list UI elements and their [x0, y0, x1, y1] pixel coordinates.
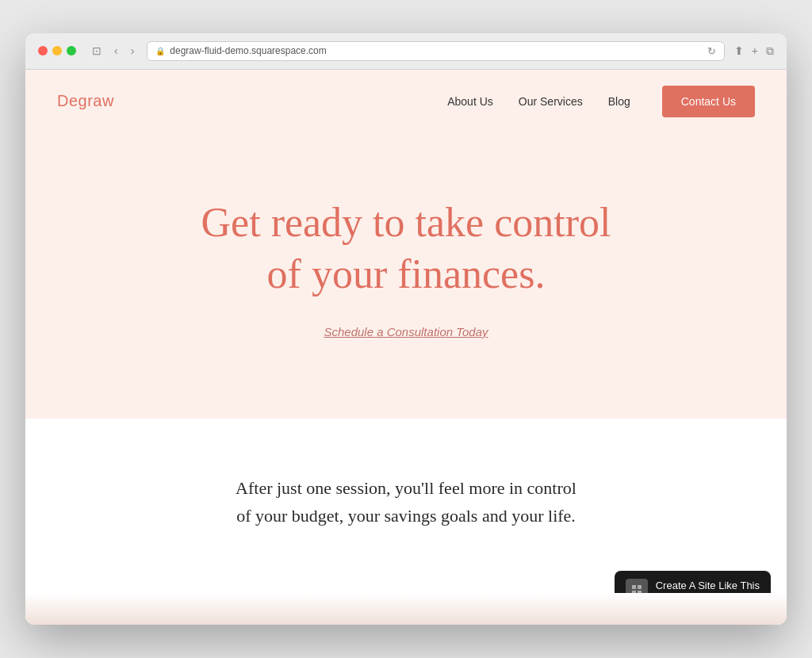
- body-section: After just one session, you'll feel more…: [25, 419, 787, 593]
- browser-action-buttons: ⬆ + ⧉: [734, 44, 774, 58]
- lock-icon: 🔒: [155, 47, 165, 55]
- nav-item-blog[interactable]: Blog: [608, 94, 630, 109]
- nav-item-about[interactable]: About Us: [447, 94, 493, 109]
- site-nav: Degraw About Us Our Services Blog Contac…: [25, 70, 787, 133]
- body-text: After just one session, you'll feel more…: [232, 474, 580, 530]
- website-content: Degraw About Us Our Services Blog Contac…: [25, 70, 787, 625]
- address-bar[interactable]: 🔒 degraw-fluid-demo.squarespace.com ↻: [147, 41, 724, 61]
- maximize-button[interactable]: [67, 46, 76, 55]
- back-button[interactable]: ‹: [111, 43, 121, 59]
- share-button[interactable]: ⬆: [734, 44, 744, 57]
- nav-links: About Us Our Services Blog: [447, 94, 630, 109]
- new-tab-button[interactable]: +: [752, 44, 758, 57]
- minimize-button[interactable]: [52, 46, 62, 55]
- nav-link-blog[interactable]: Blog: [608, 95, 630, 108]
- consultation-link[interactable]: Schedule a Consultation Today: [324, 325, 488, 339]
- url-text: degraw-fluid-demo.squarespace.com: [170, 45, 326, 56]
- close-button[interactable]: [38, 46, 48, 55]
- tabs-button[interactable]: ⧉: [766, 44, 774, 58]
- body-wrapper: After just one session, you'll feel more…: [25, 419, 787, 625]
- hero-title: Get ready to take control of your financ…: [200, 197, 612, 300]
- banner-main-text: Create A Site Like This: [656, 580, 760, 591]
- nav-item-services[interactable]: Our Services: [519, 94, 583, 109]
- browser-window: ⊡ ‹ › 🔒 degraw-fluid-demo.squarespace.co…: [25, 33, 787, 625]
- nav-link-about[interactable]: About Us: [447, 95, 493, 108]
- traffic-lights: [38, 46, 76, 55]
- window-icon[interactable]: ⊡: [89, 43, 105, 59]
- svg-rect-0: [632, 585, 636, 589]
- hero-section: Get ready to take control of your financ…: [25, 133, 787, 419]
- browser-nav-controls: ⊡ ‹ ›: [89, 43, 137, 59]
- bottom-preview: [25, 593, 787, 625]
- browser-chrome: ⊡ ‹ › 🔒 degraw-fluid-demo.squarespace.co…: [25, 33, 787, 70]
- reload-icon[interactable]: ↻: [707, 45, 716, 57]
- site-logo[interactable]: Degraw: [57, 92, 114, 110]
- svg-rect-1: [638, 585, 642, 589]
- forward-button[interactable]: ›: [128, 43, 138, 59]
- contact-us-button[interactable]: Contact Us: [662, 86, 755, 117]
- nav-link-services[interactable]: Our Services: [519, 95, 583, 108]
